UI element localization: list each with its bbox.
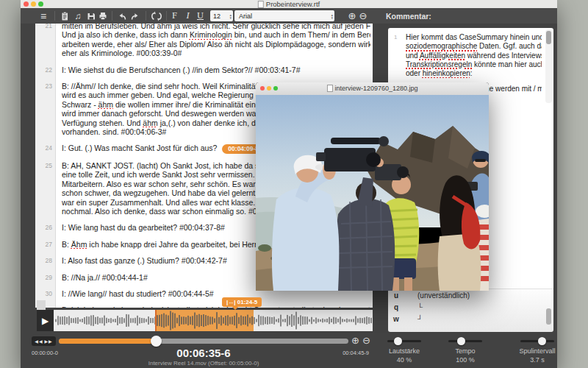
shortcut-row[interactable]: w┘ [388, 313, 553, 325]
text-shortcuts-panel[interactable]: u(unverständlich)q└w┘ [388, 289, 553, 332]
text-row: mitten im Berufsleben. Und ähm ja weis i… [62, 24, 370, 30]
transcript-paragraph[interactable]: 22I: Wie siehst du die Berufschancen (.)… [35, 66, 373, 74]
menu-icon[interactable]: ≡ [37, 8, 50, 24]
shortcuts-scrollbar-thumb[interactable] [546, 308, 551, 325]
stepper-icon: ▴▾ [229, 13, 232, 19]
toolbar-separator [112, 11, 112, 21]
text-row: oder hineinkopieren: [406, 69, 542, 78]
slider-label: Tempo [439, 347, 492, 355]
slider-track[interactable] [387, 340, 421, 342]
zoom-out-icon[interactable]: ⊖ [358, 8, 368, 24]
print-icon[interactable] [97, 8, 109, 24]
misspelled-word: Ähm [76, 82, 92, 91]
time-current: 00:06:35-6 [59, 347, 348, 359]
comment-scrollbar[interactable] [545, 29, 552, 103]
time-start: 00:00:00-0 [32, 350, 58, 356]
selection-tooltip: |↔| 01:24-5 [222, 297, 262, 307]
shortcut-text: (unverständlich) [417, 291, 470, 300]
line-number: 27 [35, 241, 52, 248]
misspelled-word: ähm [143, 118, 157, 127]
minimize-button[interactable] [267, 86, 271, 91]
line-number: 25 [35, 162, 52, 169]
shortcut-row[interactable]: q└ [388, 301, 553, 313]
seek-buttons[interactable]: ◀◀ ▶▶ [32, 336, 56, 346]
slider-knob[interactable] [394, 337, 402, 345]
music-note-icon[interactable]: ♫ [72, 8, 84, 24]
text-row: eher als Kriminologe. #00:03:39-0# [62, 49, 370, 57]
clipboard-icon[interactable] [59, 8, 71, 24]
shortcut-key: w [388, 315, 404, 323]
line-number: 21 [35, 24, 52, 29]
save-icon[interactable] [85, 8, 97, 24]
zoom-button[interactable] [273, 86, 278, 91]
comment-panel-header: Kommentar: [386, 12, 431, 21]
shortcut-row[interactable]: u(unverständlich) [388, 289, 553, 301]
text-row: soziodemographische Daten. Ggf. auch das… [406, 42, 542, 51]
desktop: Probeinterview.rtf ≡ ♫ [0, 0, 588, 368]
misspelled-word: ähm [98, 100, 113, 109]
text-row: arbeiten werde, eher als/ Eher als Diplo… [62, 40, 370, 49]
scrollbar-thumb[interactable] [546, 31, 551, 44]
zoom-button[interactable] [38, 1, 43, 7]
line-number: 22 [35, 66, 52, 74]
scrollbar-corner [37, 300, 46, 310]
stepper-icon: ▴▾ [331, 13, 333, 19]
underline-button[interactable]: U [195, 8, 206, 24]
text-row: und Auffälligkeiten während des Intervie… [406, 52, 542, 60]
shortcut-list: u(unverständlich)q└w┘ [388, 289, 553, 325]
undo-icon[interactable] [116, 8, 128, 24]
toolbar-separator [166, 11, 167, 21]
text-row: Transkriptionsregeln könnte man hier auc… [406, 60, 542, 69]
slider-track[interactable] [520, 340, 554, 342]
font-size-select[interactable]: 12 ▴▾ [210, 10, 233, 21]
line-number: 30 [35, 290, 52, 297]
transcript-paragraph[interactable]: 31B: Ich habe - wie lange habe ich studi… [35, 305, 373, 308]
line-number: 29 [35, 274, 52, 281]
image-title-bar[interactable]: interview-1209760_1280.jpg [256, 82, 489, 96]
wave-zoom-in-icon[interactable]: ⊕ [351, 335, 359, 346]
close-button[interactable] [24, 1, 29, 7]
time-end: 00:04:45-9 [332, 350, 369, 356]
slider-tempo[interactable]: Tempo100 % [439, 333, 492, 364]
shortcut-key: q [388, 303, 404, 311]
zoom-in-icon[interactable]: ⊕ [347, 8, 357, 24]
waveform[interactable] [54, 310, 373, 331]
misspelled-word: ähm [157, 24, 172, 30]
shortcut-text: ┘ [417, 315, 423, 323]
seek-bar[interactable] [59, 339, 348, 344]
misspelled-word: Kriminologin [190, 30, 232, 39]
slider-knob[interactable] [538, 337, 546, 345]
close-button[interactable] [260, 86, 265, 91]
traffic-lights [24, 1, 43, 7]
image-viewer-window: interview-1209760_1280.jpg [256, 82, 489, 291]
font-family-select[interactable]: Arial ▴▾ [234, 10, 334, 21]
transcript-paragraph[interactable]: 21mitten im Berufsleben. Und ähm ja weis… [35, 24, 373, 58]
window-title: Probeinterview.rtf [258, 0, 320, 8]
slider-lautstärke[interactable]: Lautstärke40 % [378, 333, 431, 364]
redo-icon[interactable] [129, 8, 141, 24]
italic-button[interactable]: I [182, 8, 193, 24]
play-button[interactable]: ▶ [37, 310, 54, 331]
document-icon [258, 1, 264, 8]
rewind-icon[interactable]: ◀◀ [35, 339, 43, 344]
wave-zoom-out-icon[interactable]: ⊖ [362, 335, 370, 346]
misspelled-word: Ähm [71, 240, 87, 249]
slider-knob[interactable] [457, 337, 465, 345]
slider-track[interactable] [448, 340, 482, 342]
misspelled-word: Auffälligkeiten [420, 52, 465, 60]
forward-icon[interactable]: ▶▶ [45, 339, 53, 344]
media-file-info: Interview Reel 14.mov (Offset: 00:05:00-… [59, 360, 348, 367]
minimize-button[interactable] [31, 1, 36, 7]
line-number: 28 [35, 257, 52, 264]
misspelled-word: hineinkopieren [423, 69, 470, 77]
slider-value: 3.7 s [511, 356, 564, 364]
text-row: I: Wie siehst du die Berufschancen (.) /… [62, 66, 370, 74]
slider-spulintervall[interactable]: Spulintervall3.7 s [511, 333, 564, 364]
traffic-lights [260, 86, 278, 91]
comment-note[interactable]: 1Hier kommt das CaseSummary hinein undso… [392, 33, 542, 78]
bold-button[interactable]: F [169, 8, 180, 24]
image-file-icon [326, 85, 332, 92]
seek-handle[interactable] [151, 336, 162, 347]
refresh-icon[interactable] [150, 8, 163, 24]
toolbar-separator [146, 11, 146, 21]
